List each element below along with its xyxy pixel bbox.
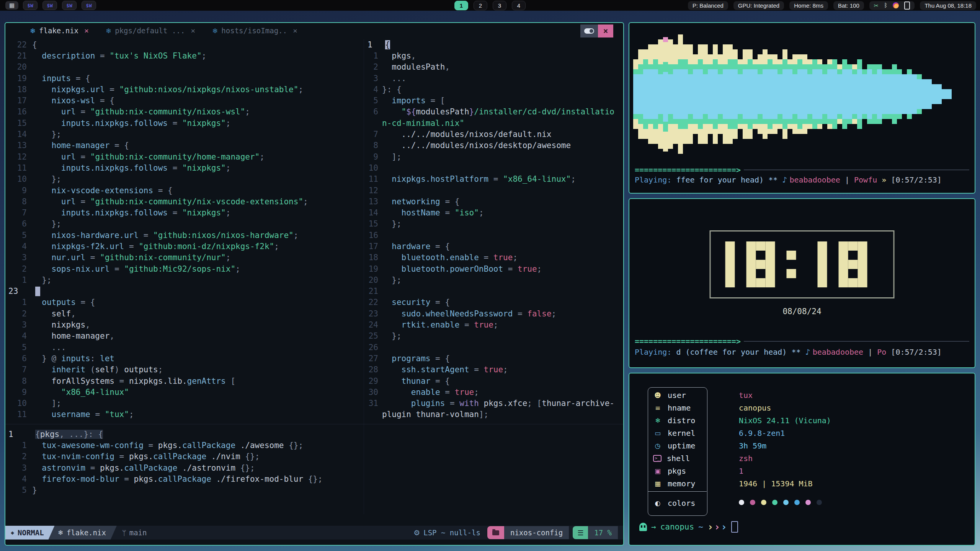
viz-block <box>713 44 718 59</box>
bluetooth-icon[interactable]: ᛒ <box>884 3 887 8</box>
lsp-segment: ⚙ LSP ~ null-ls <box>413 528 480 537</box>
token <box>32 85 52 94</box>
line-number: 23 <box>364 309 382 318</box>
status-pill[interactable]: P: Balanced <box>688 1 728 10</box>
viz-block <box>693 69 698 119</box>
token: false <box>527 309 551 318</box>
token: inputs <box>61 354 90 363</box>
viz-block <box>743 119 748 124</box>
flake-nix-pane[interactable]: 22{21 description = "tux's NixOS Flake";… <box>5 39 364 420</box>
token: hardware <box>392 242 430 251</box>
viz-block <box>698 129 703 144</box>
tab-close-icon[interactable]: × <box>84 26 89 35</box>
toggle-button[interactable] <box>580 24 598 37</box>
code-text: ... <box>382 74 406 83</box>
line-number: 8 <box>5 197 32 206</box>
code-text: }; <box>382 276 402 285</box>
token <box>32 163 61 173</box>
workspace-button[interactable]: $W <box>42 1 57 10</box>
fetch-values: tuxcanopusNixOS 24.11 (Vicuna)6.9.8-zen1… <box>739 389 831 490</box>
viz-block <box>713 119 718 129</box>
clock-pixel <box>818 241 827 251</box>
viz-block <box>927 79 932 109</box>
folder-icon <box>492 530 499 535</box>
code-text: ]; <box>32 399 61 408</box>
fetch-terminal-window[interactable]: ☻user≡hname❄distro▭kernel◷uptime>_shell▣… <box>629 373 975 546</box>
token: = <box>109 264 124 274</box>
digital-clock <box>710 230 895 298</box>
status-pill[interactable]: Bat: 100 <box>833 1 864 10</box>
code-line: 5 nixos-hardware.url = "github:nixos/nix… <box>5 230 364 241</box>
workspace-button[interactable]: $W <box>23 1 38 10</box>
clock-pixel <box>756 241 766 251</box>
tag-button-1[interactable]: 1 <box>454 1 468 10</box>
fetch-value: zsh <box>739 452 831 465</box>
status-pill[interactable]: GPU: Integrated <box>733 1 784 10</box>
token: = <box>168 119 182 128</box>
close-window-button[interactable]: × <box>598 24 613 37</box>
phone-icon[interactable] <box>904 2 910 10</box>
token <box>32 410 52 419</box>
chevron-icon: › <box>721 522 727 532</box>
viz-block <box>688 124 693 144</box>
editor-tab-flake-nix[interactable]: ❄flake.nix× <box>30 26 89 35</box>
token: = <box>440 388 455 397</box>
tab-label: flake.nix <box>39 26 78 35</box>
tab-close-icon[interactable]: × <box>293 26 297 35</box>
viz-column <box>927 79 932 109</box>
viz-block <box>643 119 648 129</box>
viz-column <box>663 37 668 152</box>
scissors-icon[interactable]: ✂ <box>874 3 879 8</box>
tag-button-2[interactable]: 2 <box>474 1 487 10</box>
token: let <box>100 354 114 363</box>
line-number: 28 <box>364 365 382 374</box>
status-pills: P: BalancedGPU: IntegratedHome: 8msBat: … <box>688 1 864 10</box>
clock-pixel <box>746 269 756 278</box>
viz-block <box>812 69 817 119</box>
scroll-percent: 17 % <box>594 528 612 537</box>
launcher-button[interactable]: ▦ <box>5 1 18 10</box>
token: = { <box>430 377 450 386</box>
color-dot <box>761 500 766 505</box>
line-number: 1 <box>364 51 382 60</box>
status-pill[interactable]: Home: 8ms <box>789 1 828 10</box>
shell-prompt[interactable]: → canopus ~ ››› <box>639 521 738 533</box>
clock-pill[interactable]: Thu Aug 08, 18:18 <box>920 1 976 10</box>
iso-image-pane[interactable]: 1{1 pkgs,2 modulesPath,3 ...4}: {5 impor… <box>364 39 623 420</box>
viz-column <box>807 59 812 129</box>
viz-block <box>748 69 753 119</box>
line-number: 5 <box>5 343 32 352</box>
viz-column <box>758 54 763 134</box>
tag-button-4[interactable]: 4 <box>512 1 526 10</box>
editor-tab-hosts-isoImag-[interactable]: ❄hosts/isoImag..× <box>212 26 297 35</box>
token: "nixpkgs" <box>182 119 226 128</box>
token: programs <box>392 354 430 363</box>
code-text: nixpkgs, <box>32 320 90 329</box>
tag-button-3[interactable]: 3 <box>493 1 506 10</box>
pkgs-default-pane[interactable]: 1{pkgs, ...}: {1 tux-awesome-wm-config =… <box>5 429 623 496</box>
token <box>32 253 52 262</box>
workspace-button[interactable]: $W <box>62 1 77 10</box>
viz-block <box>673 44 678 64</box>
workspace-button[interactable]: $W <box>82 1 96 10</box>
editor-tab-pkgs-default-[interactable]: ❄pkgs/default ...× <box>106 26 195 35</box>
token: ; <box>226 208 231 217</box>
clock-pixel <box>756 251 766 260</box>
music-note-icon: ♪ <box>782 175 789 184</box>
viz-block <box>882 69 887 74</box>
viz-block <box>787 59 792 64</box>
token: url <box>61 152 76 161</box>
fetch-label: user <box>668 391 686 400</box>
packages-icon: ▣ <box>653 467 662 475</box>
viz-block <box>877 119 882 124</box>
firefox-icon[interactable] <box>893 2 899 8</box>
line-number: 24 <box>364 320 382 329</box>
code-text: { <box>385 40 390 49</box>
token <box>32 130 52 139</box>
viz-block <box>633 69 638 74</box>
line-number: 2 <box>364 62 382 72</box>
viz-column <box>673 44 678 144</box>
viz-block <box>718 114 723 124</box>
tab-close-icon[interactable]: × <box>191 26 195 35</box>
code-line: 1 pkgs, <box>364 50 623 61</box>
